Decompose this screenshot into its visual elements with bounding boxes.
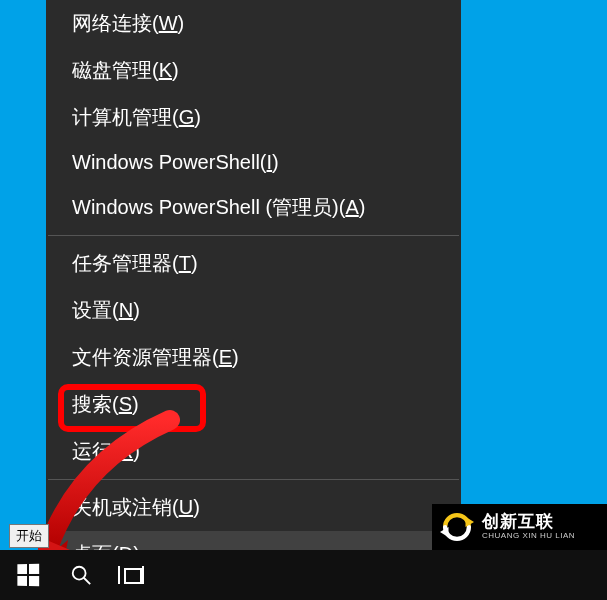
menu-item-label: 磁盘管理 [72, 59, 152, 81]
menu-item-accel: (G) [172, 106, 201, 128]
windows-logo-icon [17, 564, 39, 587]
menu-item-accel: (K) [152, 59, 179, 81]
menu-item-w[interactable]: 网络连接(W) [46, 0, 461, 47]
task-view-button[interactable] [106, 550, 156, 600]
menu-item-accel: (N) [112, 299, 140, 321]
menu-item-g[interactable]: 计算机管理(G) [46, 94, 461, 141]
menu-item-label: 计算机管理 [72, 106, 172, 128]
brand-name-en: CHUANG XIN HU LIAN [482, 532, 575, 541]
menu-item-label: Windows PowerShell (管理员) [72, 196, 339, 218]
brand-logo-icon [440, 510, 474, 544]
menu-item-label: Windows PowerShell [72, 151, 260, 173]
menu-item-t[interactable]: 任务管理器(T) [46, 240, 461, 287]
menu-item-accel: (R) [112, 440, 140, 462]
menu-item-label: 任务管理器 [72, 252, 172, 274]
menu-item-label: 运行 [72, 440, 112, 462]
menu-item-a[interactable]: Windows PowerShell (管理员)(A) [46, 184, 461, 231]
menu-item-label: 网络连接 [72, 12, 152, 34]
brand-badge: 创新互联 CHUANG XIN HU LIAN [432, 504, 607, 550]
menu-separator [48, 235, 459, 236]
menu-item-accel: (A) [339, 196, 366, 218]
search-icon [70, 564, 92, 586]
start-tooltip: 开始 [9, 524, 49, 548]
menu-item-label: 文件资源管理器 [72, 346, 212, 368]
svg-line-3 [84, 578, 90, 584]
taskbar-search-button[interactable] [56, 550, 106, 600]
menu-item-accel: (S) [112, 393, 139, 415]
menu-item-label: 设置 [72, 299, 112, 321]
winx-context-menu: 网络连接(W)磁盘管理(K)计算机管理(G)Windows PowerShell… [46, 0, 461, 582]
task-view-icon [118, 566, 144, 584]
menu-item-accel: (T) [172, 252, 198, 274]
menu-item-n[interactable]: 设置(N) [46, 287, 461, 334]
menu-item-accel: (I) [260, 151, 279, 173]
start-button[interactable] [0, 550, 56, 600]
menu-separator [48, 479, 459, 480]
svg-point-2 [73, 567, 86, 580]
brand-name-cn: 创新互联 [482, 513, 575, 532]
menu-item-label: 关机或注销 [72, 496, 172, 518]
menu-item-u[interactable]: 关机或注销(U)› [46, 484, 461, 531]
menu-item-accel: (E) [212, 346, 239, 368]
menu-item-accel: (U) [172, 496, 200, 518]
menu-item-s[interactable]: 搜索(S) [46, 381, 461, 428]
menu-item-label: 搜索 [72, 393, 112, 415]
menu-item-e[interactable]: 文件资源管理器(E) [46, 334, 461, 381]
menu-item-r[interactable]: 运行(R) [46, 428, 461, 475]
menu-item-accel: (W) [152, 12, 184, 34]
menu-item-i[interactable]: Windows PowerShell(I) [46, 141, 461, 184]
desktop: 网络连接(W)磁盘管理(K)计算机管理(G)Windows PowerShell… [0, 0, 607, 600]
taskbar [0, 550, 607, 600]
menu-item-k[interactable]: 磁盘管理(K) [46, 47, 461, 94]
